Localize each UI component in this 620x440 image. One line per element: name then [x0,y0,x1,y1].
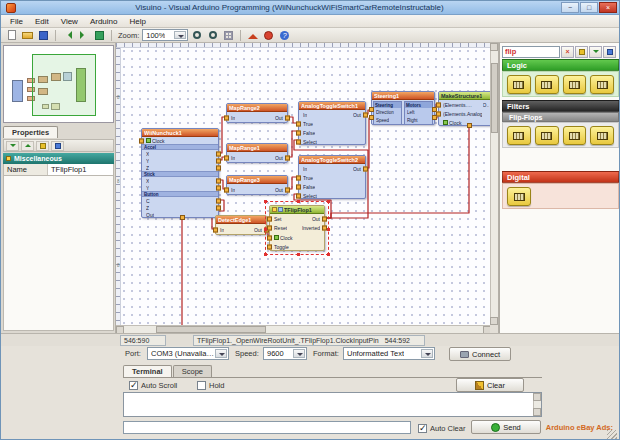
auto-scroll-option[interactable]: Auto Scroll [129,380,177,390]
save-project-button[interactable] [36,29,51,42]
hold-checkbox[interactable] [197,381,206,390]
toggle-input-pin[interactable] [267,245,272,250]
property-category-header[interactable]: Miscellaneous [3,153,114,164]
select-input-pin[interactable] [296,139,301,144]
clear-filter-button[interactable]: × [561,46,574,58]
undo-button[interactable] [60,29,75,42]
block-tflipflop1[interactable]: TFlipFlop1 SetOut ResetInverted Clock To… [269,205,325,251]
menu-arduino[interactable]: Arduino [84,17,124,26]
minimap-viewport[interactable] [32,54,96,116]
false-input-pin[interactable] [296,184,301,189]
menu-view[interactable]: View [55,17,84,26]
block-maprange3[interactable]: MapRange3 InOut [226,175,288,195]
component-chip[interactable] [535,126,559,145]
output-pin[interactable] [285,156,290,161]
expand-categories-button[interactable] [589,46,602,58]
scroll-up-button[interactable] [533,393,541,401]
speed-select[interactable]: 9600 [263,347,307,360]
horizontal-scrollbar[interactable] [116,325,491,333]
alphabetical-view-button[interactable] [51,141,64,151]
resize-grip[interactable] [607,430,617,440]
output-pin[interactable] [285,116,290,121]
false-input-pin[interactable] [296,130,301,135]
vertical-scrollbar[interactable] [490,43,498,325]
auto-clear-checkbox[interactable] [418,424,427,433]
clock-input-pin[interactable] [467,123,472,128]
output-pin[interactable] [216,178,221,183]
block-wiinunchuck1[interactable]: WiiNunchuck1 Clock Accel X Y Z Stick X Y… [141,128,219,218]
block-analogtoggleswitch2[interactable]: AnalogToggleSwitch2 InOut True False Sel… [298,155,366,199]
filter-options-button[interactable] [575,46,588,58]
zoom-select[interactable]: 100% [142,29,188,41]
input-pin[interactable] [436,111,441,116]
block-detectedge1[interactable]: DetectEdge1 InOut [215,215,267,235]
menu-help[interactable]: Help [123,17,151,26]
send-button[interactable]: Send [471,420,541,434]
reset-input-pin[interactable] [267,226,272,231]
direction-input-pin[interactable] [369,107,374,112]
help-button[interactable]: ? [277,29,292,42]
connect-button[interactable]: Connect [449,347,511,361]
block-makestructure1[interactable]: MakeStructure1 (Elements.AnalogOut (Elem… [438,91,491,126]
tab-scope[interactable]: Scope [173,365,212,377]
collapse-categories-button[interactable] [603,46,616,58]
component-filter-input[interactable] [502,46,560,58]
zoom-in-button[interactable] [189,29,204,42]
scroll-down-button[interactable] [533,408,541,416]
output-pin[interactable] [285,188,290,193]
component-chip-jkflipflop[interactable] [590,75,614,94]
input-pin[interactable] [224,188,229,193]
component-chip[interactable] [507,126,531,145]
component-chip-srflipflop[interactable] [507,75,531,94]
inverted-output-pin[interactable] [322,226,327,231]
auto-scroll-checkbox[interactable] [129,381,138,390]
categorized-view-button[interactable] [36,141,49,151]
component-chip-tflipflop[interactable] [563,75,587,94]
redo-button[interactable] [76,29,91,42]
scrollbar-thumb[interactable] [156,326,266,333]
select-input-pin[interactable] [296,193,301,198]
component-chip[interactable] [590,126,614,145]
board-select-button[interactable] [92,29,107,42]
close-button[interactable]: × [599,2,617,13]
block-analogt toggleswitch1[interactable]: AnalogToggleSwitch1 InOut True False Sel… [298,101,366,145]
toggle-grid-button[interactable] [221,29,236,42]
block-maprange1[interactable]: MapRange1 InOut [226,143,288,163]
subcategory-flipflops-header[interactable]: Flip-Flops [502,112,619,122]
expand-all-button[interactable] [6,141,19,151]
block-steering1[interactable]: Steering1 Steering Direction Speed Motor… [371,91,435,125]
output-pin[interactable] [363,166,368,171]
output-pin[interactable] [216,151,221,156]
clock-input-pin[interactable] [139,138,144,143]
wire[interactable] [219,117,226,153]
tab-properties[interactable]: Properties [3,126,58,138]
send-text-input[interactable] [123,421,411,434]
scroll-up-button[interactable] [490,43,498,51]
collapse-all-button[interactable] [21,141,34,151]
auto-clear-option[interactable]: Auto Clear [418,423,465,433]
upload-to-arduino-button[interactable] [245,29,260,42]
component-chip[interactable] [563,126,587,145]
input-pin[interactable] [224,156,229,161]
scrollbar-thumb[interactable] [491,63,498,133]
zoom-out-button[interactable] [205,29,220,42]
overview-minimap[interactable] [3,45,114,123]
output-pin[interactable] [216,185,221,190]
component-chip[interactable] [507,187,531,206]
clock-input-pin[interactable] [267,235,272,240]
property-name-value[interactable]: TFlipFlop1 [48,164,113,175]
format-select[interactable]: Unformatted Text [343,347,435,360]
clear-button[interactable]: Clear [456,378,524,392]
category-logic-header[interactable]: Logic [502,59,619,71]
input-pin[interactable] [436,102,441,107]
new-project-button[interactable] [4,29,19,42]
output-pin[interactable] [216,158,221,163]
block-maprange2[interactable]: MapRange2 InOut [226,103,288,123]
property-row-name[interactable]: Name TFlipFlop1 [3,164,114,176]
menu-file[interactable]: File [4,17,29,26]
scroll-down-button[interactable] [490,317,498,325]
category-digital-header[interactable]: Digital [502,171,619,183]
output-pin[interactable] [216,165,221,170]
hold-option[interactable]: Hold [197,380,224,390]
terminal-scrollbar[interactable] [533,393,541,416]
